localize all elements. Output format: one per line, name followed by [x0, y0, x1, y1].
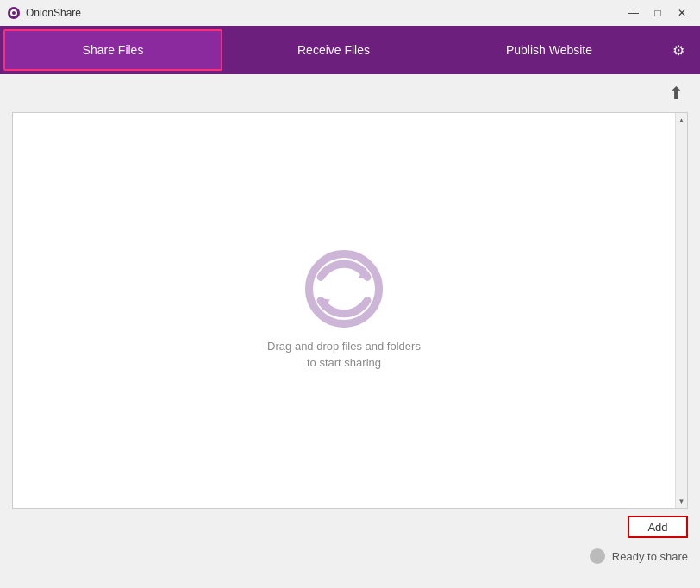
- tab-receive-files[interactable]: Receive Files: [226, 26, 441, 74]
- app-icon: [7, 6, 21, 20]
- status-text: Ready to share: [612, 550, 688, 563]
- settings-button[interactable]: ⚙: [657, 26, 700, 74]
- nav-bar: Share Files Receive Files Publish Websit…: [0, 26, 700, 74]
- app-title: OnionShare: [26, 7, 81, 19]
- scrollbar[interactable]: ▲ ▼: [675, 113, 687, 508]
- add-button[interactable]: Add: [628, 516, 688, 538]
- scroll-down-arrow[interactable]: ▼: [676, 494, 688, 508]
- tab-share-files[interactable]: Share Files: [3, 29, 222, 71]
- sync-icon: [305, 250, 383, 328]
- upload-icon: ⬆: [669, 83, 684, 103]
- status-indicator: [590, 548, 605, 564]
- gear-icon: ⚙: [672, 42, 684, 59]
- maximize-button[interactable]: □: [647, 4, 669, 22]
- bottom-row: Add: [0, 509, 700, 545]
- drop-zone[interactable]: Drag and drop files and folders to start…: [12, 112, 688, 509]
- title-bar-left: OnionShare: [7, 6, 81, 20]
- drop-zone-content: Drag and drop files and folders to start…: [267, 250, 433, 372]
- toolbar-row: ⬆: [0, 74, 700, 112]
- scrollbar-track[interactable]: [676, 127, 687, 494]
- tab-publish-website[interactable]: Publish Website: [441, 26, 657, 74]
- status-row: Ready to share: [0, 545, 700, 571]
- minimize-button[interactable]: —: [622, 4, 645, 22]
- close-button[interactable]: ✕: [671, 4, 693, 22]
- title-bar: OnionShare — □ ✕: [0, 0, 700, 26]
- window-controls: — □ ✕: [622, 4, 693, 22]
- scroll-up-arrow[interactable]: ▲: [676, 113, 688, 127]
- drop-text: Drag and drop files and folders to start…: [267, 338, 421, 372]
- svg-point-2: [12, 11, 16, 15]
- upload-button[interactable]: ⬆: [662, 79, 690, 107]
